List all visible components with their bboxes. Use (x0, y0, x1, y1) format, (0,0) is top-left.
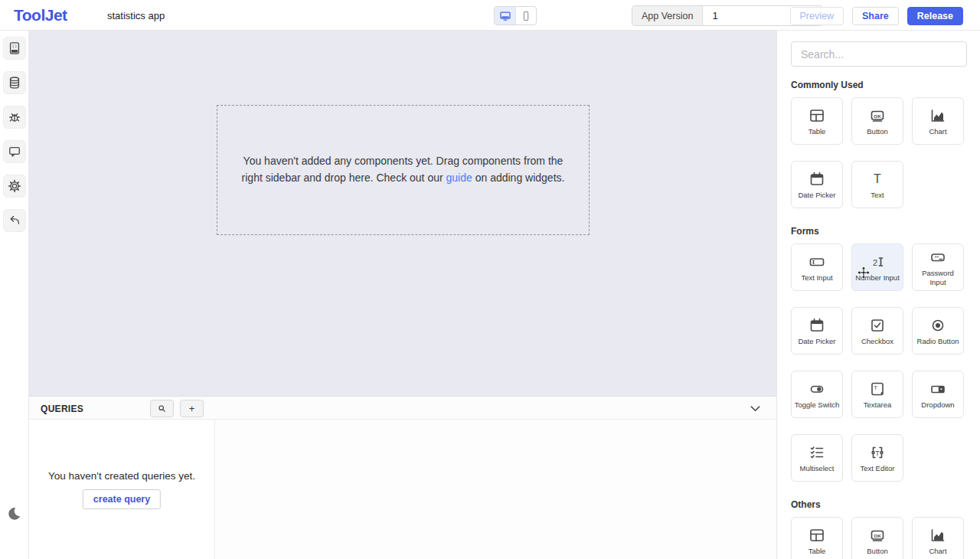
widget-card-date-picker[interactable]: Date Picker (791, 307, 843, 355)
widget-grid: TableOKButtonChart (791, 517, 968, 559)
svg-text:T: T (874, 384, 877, 391)
widget-card-label: Textarea (864, 400, 891, 410)
widget-card-label: Button (867, 127, 887, 136)
widget-card-chart[interactable]: Chart (912, 97, 964, 145)
svg-text:T: T (875, 449, 880, 456)
settings-button[interactable] (3, 175, 26, 198)
desktop-icon (498, 9, 512, 23)
dark-mode-toggle[interactable] (2, 502, 25, 525)
widget-section-title-commonly-used: Commonly Used (791, 80, 968, 90)
undo-button[interactable] (3, 209, 26, 232)
widget-card-label: Table (808, 127, 826, 136)
widget-grid: Text Input2Number Input**Password InputD… (791, 244, 968, 482)
query-editor-area (216, 420, 776, 559)
widget-card-text[interactable]: TText (851, 161, 903, 208)
password-input-icon: ** (929, 248, 947, 266)
widget-card-label: Button (867, 547, 887, 556)
widget-search-input[interactable] (791, 41, 967, 67)
collapse-queries-button[interactable] (748, 401, 763, 416)
app-version-label: App Version (632, 6, 703, 25)
widget-card-chart[interactable]: Chart (912, 517, 964, 559)
datepicker-icon (808, 170, 826, 188)
inspector-icon: { } (7, 41, 22, 56)
svg-text:**: ** (935, 254, 939, 260)
widget-grid: TableOKButtonChartDate PickerTText (791, 97, 968, 208)
release-button[interactable]: Release (907, 7, 963, 25)
widget-card-toggle-switch[interactable]: Toggle Switch (791, 371, 843, 418)
widget-card-dropdown[interactable]: Dropdown (912, 371, 964, 418)
inspector-button[interactable]: { } (3, 37, 26, 60)
widget-card-label: Text Input (801, 273, 832, 283)
table-icon (808, 106, 826, 125)
query-list: You haven't created queries yet. create … (29, 420, 215, 559)
widget-card-date-picker[interactable]: Date Picker (791, 161, 843, 208)
widget-card-label: Number Input (855, 273, 900, 283)
widget-card-label: Chart (929, 127, 946, 136)
left-sidebar: { } (0, 31, 29, 559)
queries-title: QUERIES (41, 404, 83, 414)
share-button[interactable]: Share (852, 7, 899, 25)
widget-card-label: Radio Button (917, 337, 959, 346)
add-query-button[interactable]: + (180, 400, 204, 417)
preview-button[interactable]: Preview (790, 7, 844, 25)
multiselect-icon (808, 443, 826, 462)
chart-icon (929, 106, 947, 125)
chart-icon (929, 526, 947, 544)
text-icon: T (868, 170, 887, 188)
desktop-view-button[interactable] (495, 7, 515, 25)
number-input-icon: 2 (868, 253, 887, 271)
guide-link[interactable]: guide (446, 172, 472, 184)
canvas-dropzone[interactable]: You haven't added any components yet. Dr… (217, 105, 590, 235)
widget-card-button[interactable]: OKButton (851, 97, 903, 145)
widget-card-textarea[interactable]: TTextarea (851, 371, 903, 418)
app-title[interactable]: statistics app (107, 10, 165, 21)
tooljet-logo[interactable]: ToolJet (14, 6, 67, 25)
widget-card-label: Multiselect (800, 464, 835, 473)
widget-card-button[interactable]: OKButton (851, 517, 903, 559)
widget-card-radio-button[interactable]: Radio Button (912, 307, 964, 355)
undo-icon (7, 213, 22, 228)
widget-card-checkbox[interactable]: Checkbox (851, 307, 903, 355)
device-toggle (494, 6, 537, 25)
comments-button[interactable] (3, 140, 26, 163)
svg-text:T: T (874, 172, 881, 185)
widget-card-text-editor[interactable]: TText Editor (851, 434, 903, 482)
widget-card-label: Chart (929, 547, 946, 556)
mobile-view-button[interactable] (515, 7, 536, 25)
queries-empty-text: You haven't created queries yet. (29, 470, 214, 482)
database-button[interactable] (3, 71, 26, 94)
widget-card-password-input[interactable]: **Password Input (912, 244, 964, 291)
comment-icon (7, 144, 22, 159)
widget-section-title-others: Others (791, 499, 968, 510)
widget-section-title-forms: Forms (791, 226, 968, 237)
moon-icon (5, 505, 22, 522)
checkbox-icon (868, 316, 887, 335)
query-search-button[interactable] (150, 400, 174, 417)
svg-text:2: 2 (873, 257, 877, 266)
widget-card-label: Date Picker (798, 337, 835, 346)
widget-card-label: Toggle Switch (795, 400, 840, 410)
search-icon (157, 404, 167, 414)
widget-card-table[interactable]: Table (791, 517, 843, 559)
table-icon (808, 526, 826, 544)
header-actions: Preview Share Release (790, 7, 963, 25)
widget-card-label: Date Picker (798, 191, 835, 200)
widget-card-label: Checkbox (861, 337, 893, 346)
create-query-button[interactable]: create query (83, 489, 161, 509)
debugger-button[interactable] (3, 106, 26, 129)
widget-card-number-input[interactable]: 2Number Input (851, 244, 903, 291)
widget-card-text-input[interactable]: Text Input (791, 244, 843, 291)
text-editor-icon: T (868, 443, 887, 462)
app-canvas[interactable]: You haven't added any components yet. Dr… (29, 31, 776, 396)
textarea-icon: T (868, 380, 887, 398)
widget-card-label: Password Input (914, 269, 962, 287)
canvas-empty-text: You haven't added any components yet. Dr… (241, 153, 566, 186)
widget-card-table[interactable]: Table (791, 97, 843, 145)
widgets-sidebar: Commonly UsedTableOKButtonChartDate Pick… (776, 31, 980, 559)
bug-icon (7, 110, 22, 125)
svg-text:OK: OK (874, 532, 881, 538)
chevron-down-icon (748, 401, 763, 416)
button-ok-icon: OK (868, 106, 887, 125)
widget-card-multiselect[interactable]: Multiselect (791, 434, 843, 482)
widget-card-label: Text Editor (861, 464, 895, 473)
